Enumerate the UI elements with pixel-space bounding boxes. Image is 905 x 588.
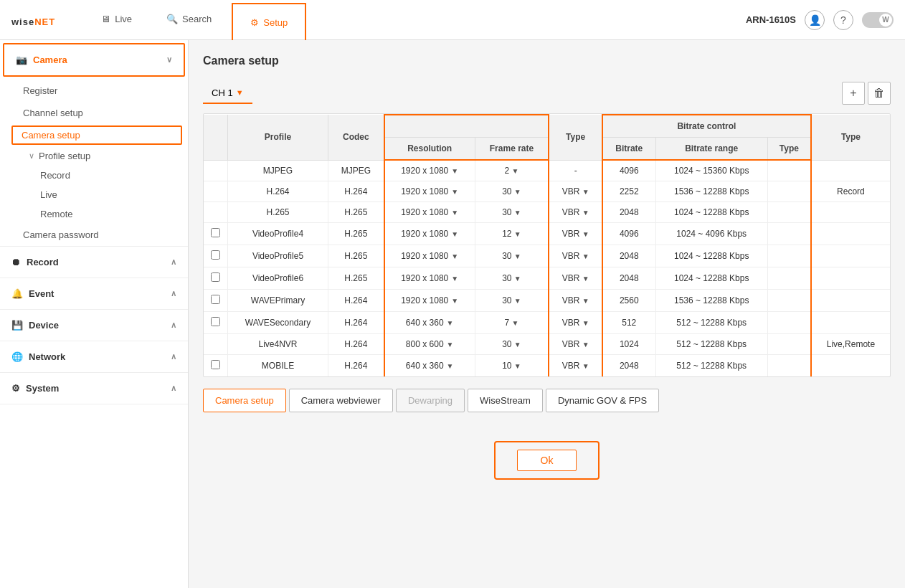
th-type2: Type bbox=[811, 115, 890, 160]
row-checkbox[interactable] bbox=[211, 360, 220, 369]
row-framerate[interactable]: 30 ▼ bbox=[475, 334, 549, 355]
sidebar-item-camera-password[interactable]: Camera password bbox=[11, 224, 188, 246]
row-checkbox[interactable] bbox=[211, 250, 220, 260]
row-resolution[interactable]: 640 x 360 ▼ bbox=[384, 312, 475, 334]
framerate-arrow-icon: ▼ bbox=[514, 209, 521, 217]
nav-search[interactable]: 🔍 Search bbox=[149, 0, 229, 39]
resolution-select[interactable]: 640 x 360 ▼ bbox=[406, 361, 454, 371]
resolution-select[interactable]: 1920 x 1080 ▼ bbox=[401, 295, 458, 305]
row-bitrate: 1024 bbox=[602, 334, 655, 355]
sidebar-item-channel-setup[interactable]: Channel setup bbox=[11, 102, 188, 124]
resolution-arrow-icon: ▼ bbox=[451, 167, 458, 175]
row-bitrate-range: 512 ~ 12288 Kbps bbox=[655, 355, 767, 377]
sidebar-item-record-section[interactable]: ⏺ Record ∧ bbox=[0, 247, 188, 278]
row-framerate[interactable]: 30 ▼ bbox=[475, 245, 549, 267]
nav-live[interactable]: 🖥 CH 1 Live bbox=[84, 0, 149, 39]
row-checkbox[interactable] bbox=[211, 228, 220, 237]
row-resolution[interactable]: 1920 x 1080 ▼ bbox=[384, 160, 475, 181]
row-framerate[interactable]: 7 ▼ bbox=[475, 312, 549, 334]
resolution-select[interactable]: 800 x 600 ▼ bbox=[406, 339, 454, 349]
sidebar-item-event[interactable]: 🔔 Event ∧ bbox=[0, 278, 188, 309]
sidebar-item-remote[interactable]: Remote bbox=[17, 204, 188, 224]
sidebar-item-device[interactable]: 💾 Device ∧ bbox=[0, 310, 188, 341]
th-bitrate: Bitrate bbox=[602, 138, 655, 161]
resolution-arrow-icon: ▼ bbox=[451, 252, 458, 260]
row-codec: H.264 bbox=[328, 355, 384, 377]
row-checkbox-cell bbox=[204, 245, 228, 267]
profile-chevron-icon: ∨ bbox=[29, 151, 34, 161]
add-button[interactable]: + bbox=[842, 82, 865, 105]
sidebar-item-camera-setup[interactable]: Camera setup bbox=[11, 125, 182, 145]
nav-setup[interactable]: ⚙ Setup bbox=[232, 3, 306, 42]
resolution-select[interactable]: 1920 x 1080 ▼ bbox=[401, 207, 458, 217]
sidebar-item-live[interactable]: Live bbox=[17, 185, 188, 204]
row-codec: H.264 bbox=[328, 312, 384, 334]
row-profile: MOBILE bbox=[228, 355, 328, 377]
row-framerate[interactable]: 2 ▼ bbox=[475, 160, 549, 181]
row-bc-type bbox=[767, 312, 811, 334]
row-type2: Live,Remote bbox=[811, 334, 890, 355]
toggle-switch[interactable] bbox=[862, 12, 894, 28]
row-codec: H.264 bbox=[328, 334, 384, 355]
sidebar-item-network[interactable]: 🌐 Network ∧ bbox=[0, 341, 188, 372]
row-checkbox[interactable] bbox=[211, 272, 220, 282]
row-bitrate: 2048 bbox=[602, 245, 655, 267]
resolution-select[interactable]: 1920 x 1080 ▼ bbox=[401, 273, 458, 283]
resolution-select[interactable]: 1920 x 1080 ▼ bbox=[401, 251, 458, 261]
row-resolution[interactable]: 800 x 600 ▼ bbox=[384, 334, 475, 355]
tab-wisestream[interactable]: WiseStream bbox=[468, 389, 543, 412]
user-icon[interactable]: 👤 bbox=[805, 10, 825, 30]
row-resolution[interactable]: 1920 x 1080 ▼ bbox=[384, 181, 475, 202]
record-icon: ⏺ bbox=[11, 257, 21, 267]
ok-button[interactable]: Ok bbox=[517, 450, 577, 471]
sidebar-system-label: System bbox=[26, 383, 59, 394]
resolution-select[interactable]: 1920 x 1080 ▼ bbox=[401, 166, 458, 176]
sidebar-item-camera[interactable]: 📷 Camera ∨ bbox=[3, 43, 185, 77]
row-profile: VideoProfile5 bbox=[228, 245, 328, 267]
row-checkbox-cell bbox=[204, 202, 228, 223]
row-framerate[interactable]: 30 ▼ bbox=[475, 181, 549, 202]
type-arrow-icon: ▼ bbox=[582, 209, 589, 217]
sidebar-item-profile-setup[interactable]: ∨ Profile setup bbox=[17, 146, 188, 166]
resolution-select[interactable]: 640 x 360 ▼ bbox=[406, 318, 454, 328]
th-codec: Codec bbox=[328, 115, 384, 160]
search-icon: 🔍 bbox=[166, 14, 178, 24]
sidebar-device-label: Device bbox=[29, 320, 59, 331]
sidebar-item-system[interactable]: ⚙ System ∧ bbox=[0, 373, 188, 404]
tab-dynamic-gov[interactable]: Dynamic GOV & FPS bbox=[546, 389, 659, 412]
tab-camera-setup[interactable]: Camera setup bbox=[203, 389, 286, 412]
camera-icon: 📷 bbox=[16, 54, 27, 65]
sidebar-item-record[interactable]: Record bbox=[17, 166, 188, 185]
row-checkbox-cell bbox=[204, 334, 228, 355]
row-resolution[interactable]: 1920 x 1080 ▼ bbox=[384, 245, 475, 267]
help-icon[interactable]: ? bbox=[833, 10, 853, 30]
row-resolution[interactable]: 1920 x 1080 ▼ bbox=[384, 202, 475, 223]
row-checkbox[interactable] bbox=[211, 317, 220, 326]
resolution-select[interactable]: 1920 x 1080 ▼ bbox=[401, 186, 458, 196]
row-profile: H.264 bbox=[228, 181, 328, 202]
row-type2: Record bbox=[811, 181, 890, 202]
type-arrow-icon: ▼ bbox=[582, 188, 589, 196]
row-framerate[interactable]: 30 ▼ bbox=[475, 290, 549, 312]
sidebar-profile-setup: ∨ Profile setup Record Live Remote bbox=[17, 146, 188, 224]
row-framerate[interactable]: 30 ▼ bbox=[475, 267, 549, 290]
channel-select[interactable]: CH 1 ▼ bbox=[203, 83, 252, 104]
resolution-select[interactable]: 1920 x 1080 ▼ bbox=[401, 229, 458, 239]
row-checkbox[interactable] bbox=[211, 295, 220, 304]
row-profile: WAVESecondary bbox=[228, 312, 328, 334]
delete-button[interactable]: 🗑 bbox=[868, 82, 891, 105]
tab-camera-webviewer[interactable]: Camera webviewer bbox=[289, 389, 393, 412]
row-framerate[interactable]: 30 ▼ bbox=[475, 202, 549, 223]
row-codec: H.265 bbox=[328, 267, 384, 290]
resolution-arrow-icon: ▼ bbox=[451, 209, 458, 217]
row-resolution[interactable]: 1920 x 1080 ▼ bbox=[384, 223, 475, 245]
sidebar-camera-label: Camera bbox=[33, 54, 67, 65]
row-codec: MJPEG bbox=[328, 160, 384, 181]
sidebar-item-register[interactable]: Register bbox=[11, 80, 188, 102]
row-profile: VideoProfile6 bbox=[228, 267, 328, 290]
row-resolution[interactable]: 1920 x 1080 ▼ bbox=[384, 267, 475, 290]
row-framerate[interactable]: 12 ▼ bbox=[475, 223, 549, 245]
row-resolution[interactable]: 640 x 360 ▼ bbox=[384, 355, 475, 377]
row-framerate[interactable]: 10 ▼ bbox=[475, 355, 549, 377]
row-resolution[interactable]: 1920 x 1080 ▼ bbox=[384, 290, 475, 312]
